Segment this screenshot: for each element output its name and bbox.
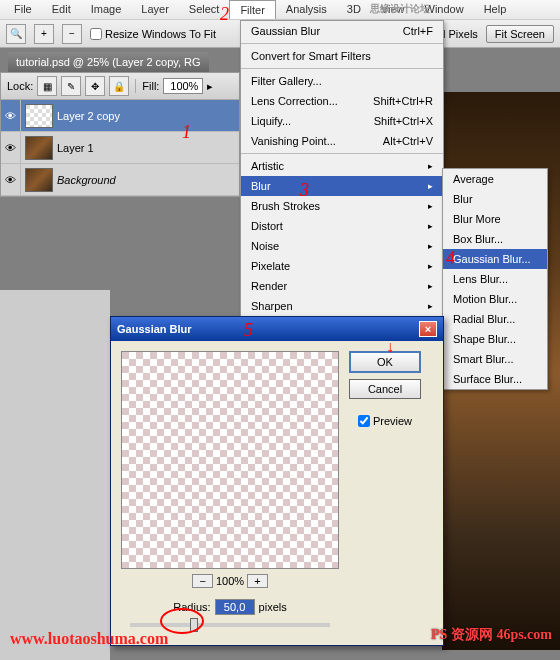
layer-row[interactable]: 👁 Background xyxy=(1,164,239,196)
visibility-icon[interactable]: 👁 xyxy=(1,164,21,196)
annotation-2: 2 xyxy=(220,4,229,25)
lock-pixels-icon[interactable]: ✎ xyxy=(61,76,81,96)
zoom-out-button[interactable]: − xyxy=(192,574,212,588)
preview-checkbox[interactable]: Preview xyxy=(358,415,412,427)
ok-button[interactable]: OK xyxy=(349,351,421,373)
menu-item-distort[interactable]: Distort xyxy=(241,216,443,236)
menu-item-liquify[interactable]: Liquify...Shift+Ctrl+X xyxy=(241,111,443,131)
menu-layer[interactable]: Layer xyxy=(131,0,179,19)
fill-value-input[interactable]: 100% xyxy=(163,78,203,94)
menu-analysis[interactable]: Analysis xyxy=(276,0,337,19)
menu-item-smart-filters[interactable]: Convert for Smart Filters xyxy=(241,46,443,66)
submenu-item-gaussian-blur[interactable]: Gaussian Blur... xyxy=(443,249,547,269)
zoom-out-icon[interactable]: − xyxy=(62,24,82,44)
submenu-item-shape-blur[interactable]: Shape Blur... xyxy=(443,329,547,349)
radius-input[interactable]: 50,0 xyxy=(215,599,255,615)
layer-thumb xyxy=(25,104,53,128)
watermark-3: 思缘设计论坛 xyxy=(370,2,430,16)
lock-position-icon[interactable]: ✥ xyxy=(85,76,105,96)
submenu-item-box-blur[interactable]: Box Blur... xyxy=(443,229,547,249)
annotation-3: 3 xyxy=(300,180,309,201)
menubar: File Edit Image Layer Select Filter Anal… xyxy=(0,0,560,20)
menu-item-brush-strokes[interactable]: Brush Strokes xyxy=(241,196,443,216)
submenu-item-surface-blur[interactable]: Surface Blur... xyxy=(443,369,547,389)
blur-submenu: Average Blur Blur More Box Blur... Gauss… xyxy=(442,168,548,390)
menu-item-render[interactable]: Render xyxy=(241,276,443,296)
layer-row[interactable]: 👁 Layer 1 xyxy=(1,132,239,164)
zoom-in-icon[interactable]: + xyxy=(34,24,54,44)
lock-all-icon[interactable]: 🔒 xyxy=(109,76,129,96)
filter-menu-dropdown: Gaussian BlurCtrl+F Convert for Smart Fi… xyxy=(240,20,444,337)
radius-unit: pixels xyxy=(259,601,287,613)
fill-arrow-icon[interactable]: ▸ xyxy=(207,80,213,93)
menu-item-lens-correction[interactable]: Lens Correction...Shift+Ctrl+R xyxy=(241,91,443,111)
zoom-value: 100% xyxy=(216,575,244,587)
canvas-area[interactable] xyxy=(0,290,110,660)
layer-name: Layer 2 copy xyxy=(57,110,120,122)
submenu-item-smart-blur[interactable]: Smart Blur... xyxy=(443,349,547,369)
visibility-icon[interactable]: 👁 xyxy=(1,132,21,164)
cancel-button[interactable]: Cancel xyxy=(349,379,421,399)
menu-item-filter-gallery[interactable]: Filter Gallery... xyxy=(241,71,443,91)
annotation-5: 5 xyxy=(244,320,253,341)
resize-windows-checkbox[interactable]: Resize Windows To Fit xyxy=(90,28,216,40)
watermark-1: www.luotaoshuma.com xyxy=(10,630,168,648)
menu-3d[interactable]: 3D xyxy=(337,0,371,19)
menu-edit[interactable]: Edit xyxy=(42,0,81,19)
annotation-4: 4 xyxy=(446,248,455,269)
menu-image[interactable]: Image xyxy=(81,0,132,19)
menu-item-last-filter[interactable]: Gaussian BlurCtrl+F xyxy=(241,21,443,41)
visibility-icon[interactable]: 👁 xyxy=(1,100,21,132)
fill-label: Fill: xyxy=(142,80,159,92)
document-tab[interactable]: tutorial.psd @ 25% (Layer 2 copy, RG xyxy=(8,52,209,72)
annotation-arrow: ↓ xyxy=(386,338,394,356)
menu-item-noise[interactable]: Noise xyxy=(241,236,443,256)
fit-screen-button[interactable]: Fit Screen xyxy=(486,25,554,43)
preview-image[interactable] xyxy=(121,351,339,569)
menu-file[interactable]: File xyxy=(4,0,42,19)
menu-help[interactable]: Help xyxy=(474,0,517,19)
watermark-2: PS 资源网 46ps.com xyxy=(431,626,552,644)
menu-item-pixelate[interactable]: Pixelate xyxy=(241,256,443,276)
annotation-1: 1 xyxy=(182,122,191,143)
submenu-item-blur[interactable]: Blur xyxy=(443,189,547,209)
menu-item-sharpen[interactable]: Sharpen xyxy=(241,296,443,316)
menu-item-artistic[interactable]: Artistic xyxy=(241,156,443,176)
layer-thumb xyxy=(25,168,53,192)
lock-transparency-icon[interactable]: ▦ xyxy=(37,76,57,96)
submenu-item-average[interactable]: Average xyxy=(443,169,547,189)
dialog-title: Gaussian Blur xyxy=(117,323,192,335)
close-icon[interactable]: × xyxy=(419,321,437,337)
lock-label: Lock: xyxy=(7,80,33,92)
layer-name: Layer 1 xyxy=(57,142,94,154)
layers-panel: Lock: ▦ ✎ ✥ 🔒 Fill: 100% ▸ 👁 Layer 2 cop… xyxy=(0,72,240,197)
submenu-item-motion-blur[interactable]: Motion Blur... xyxy=(443,289,547,309)
layer-row-selected[interactable]: 👁 Layer 2 copy xyxy=(1,100,239,132)
menu-item-blur[interactable]: Blur xyxy=(241,176,443,196)
layer-name: Background xyxy=(57,174,116,186)
menu-item-vanishing-point[interactable]: Vanishing Point...Alt+Ctrl+V xyxy=(241,131,443,151)
submenu-item-lens-blur[interactable]: Lens Blur... xyxy=(443,269,547,289)
layer-thumb xyxy=(25,136,53,160)
menu-filter[interactable]: Filter xyxy=(229,0,275,19)
submenu-item-radial-blur[interactable]: Radial Blur... xyxy=(443,309,547,329)
submenu-item-blur-more[interactable]: Blur More xyxy=(443,209,547,229)
gaussian-blur-dialog: Gaussian Blur × − 100% + Radius: 50,0 pi… xyxy=(110,316,444,646)
zoom-tool-icon[interactable]: 🔍 xyxy=(6,24,26,44)
zoom-in-button[interactable]: + xyxy=(247,574,267,588)
